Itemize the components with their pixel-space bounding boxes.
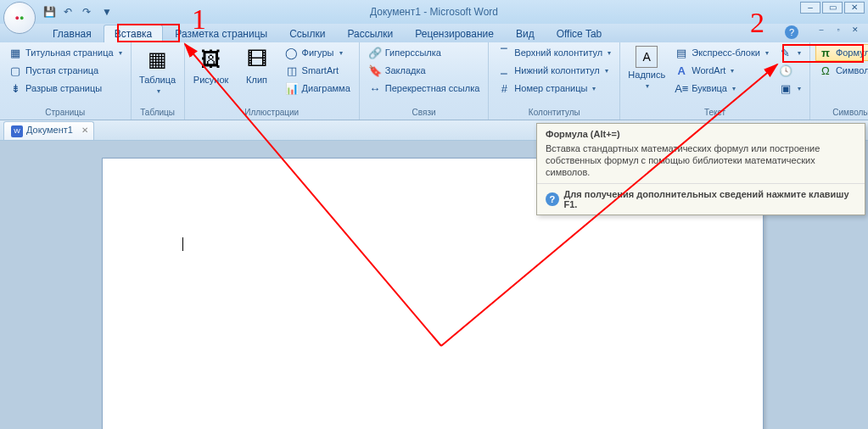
wordart-icon: A	[675, 64, 688, 77]
footer-icon: ⎽	[497, 64, 511, 77]
picture-label: Рисунок	[193, 75, 229, 85]
group-pages-label: Страницы	[5, 108, 126, 120]
tab-references[interactable]: Ссылки	[279, 25, 335, 42]
group-illustrations-label: Иллюстрации	[190, 108, 354, 120]
clip-button[interactable]: 🎞Клип	[236, 44, 278, 86]
page-number-button[interactable]: #Номер страницы▾	[494, 80, 614, 97]
footer-button[interactable]: ⎽Нижний колонтитул▾	[494, 62, 614, 79]
date-time-button[interactable]: 🕓	[776, 62, 804, 79]
ribbon-close-icon[interactable]: ✕	[848, 25, 863, 36]
equation-label: Формула	[836, 47, 868, 58]
tab-page-layout[interactable]: Разметка страницы	[165, 25, 277, 42]
picture-button[interactable]: 🖼Рисунок	[190, 44, 232, 86]
textbox-button[interactable]: AНадпись▾	[625, 44, 668, 93]
blank-page-button[interactable]: ▢Пустая страница	[5, 62, 126, 79]
redo-icon[interactable]: ↷	[80, 5, 93, 19]
quickparts-icon: ▤	[675, 46, 688, 59]
bookmark-icon: 🔖	[368, 64, 382, 77]
group-links: 🔗Гиперссылка 🔖Закладка ↔Перекрестная ссы…	[360, 42, 490, 120]
tab-home[interactable]: Главная	[42, 25, 102, 42]
dropcap-button[interactable]: A≡Буквица▾	[671, 80, 772, 97]
textbox-label: Надпись	[628, 70, 665, 80]
object-button[interactable]: ▣▾	[776, 80, 804, 97]
group-header-footer: ⎺Верхний колонтитул▾ ⎽Нижний колонтитул▾…	[489, 42, 620, 120]
quickparts-label: Экспресс-блоки	[692, 47, 760, 58]
group-symbols: πФормула▾ ΩСимвол▾ Символы	[810, 42, 868, 120]
bookmark-button[interactable]: 🔖Закладка	[365, 62, 484, 79]
minimize-button[interactable]: –	[800, 2, 820, 14]
shapes-icon: ◯	[285, 46, 299, 59]
title-page-button[interactable]: ▦Титульная страница▾	[5, 44, 126, 61]
ribbon-restore-icon[interactable]: ▫	[831, 25, 846, 36]
quick-access-toolbar: 💾 ↶ ↷ ▼	[42, 5, 114, 19]
smartart-label: SmartArt	[302, 65, 339, 75]
group-links-label: Связи	[365, 108, 484, 120]
crossref-button[interactable]: ↔Перекрестная ссылка	[365, 80, 484, 97]
save-icon[interactable]: 💾	[42, 5, 56, 19]
group-pages: ▦Титульная страница▾ ▢Пустая страница ⇟Р…	[0, 42, 132, 120]
title-bar: ●● 💾 ↶ ↷ ▼ Документ1 - Microsoft Word – …	[0, 0, 868, 24]
tab-office-tab[interactable]: Office Tab	[546, 25, 613, 42]
pagenum-label: Номер страницы	[514, 83, 587, 93]
blank-page-label: Пустая страница	[25, 65, 98, 75]
tab-mailings[interactable]: Рассылки	[337, 25, 403, 42]
header-label: Верхний колонтитул	[514, 47, 602, 58]
blank-page-icon: ▢	[8, 64, 22, 77]
text-cursor	[182, 237, 183, 251]
omega-icon: Ω	[819, 64, 832, 77]
equation-button[interactable]: πФормула▾	[815, 44, 868, 61]
symbol-button[interactable]: ΩСимвол▾	[815, 62, 868, 79]
crossref-icon: ↔	[368, 81, 382, 95]
help-icon[interactable]: ?	[785, 25, 798, 39]
smartart-button[interactable]: ◫SmartArt	[282, 62, 354, 79]
table-label: Таблица	[139, 75, 176, 85]
dropcap-icon: A≡	[675, 81, 688, 95]
tab-view[interactable]: Вид	[506, 25, 545, 42]
wordart-button[interactable]: AWordArt▾	[671, 62, 772, 79]
clip-label: Клип	[246, 75, 267, 85]
break-icon: ⇟	[8, 81, 22, 95]
title-page-label: Титульная страница	[25, 47, 114, 58]
page-icon: ▦	[8, 46, 22, 59]
document-tab[interactable]: WДокумент1 ✕	[3, 121, 94, 140]
object-icon: ▣	[779, 81, 792, 95]
qat-dropdown-icon[interactable]: ▼	[100, 5, 114, 19]
quick-parts-button[interactable]: ▤Экспресс-блоки▾	[671, 44, 772, 61]
chart-button[interactable]: 📊Диаграмма	[282, 80, 354, 97]
group-symbols-label: Символы	[815, 108, 868, 120]
shapes-button[interactable]: ◯Фигуры▾	[282, 44, 354, 61]
undo-icon[interactable]: ↶	[61, 5, 75, 19]
smartart-icon: ◫	[285, 64, 299, 77]
window-title: Документ1 - Microsoft Word	[370, 6, 498, 18]
table-icon: ▦	[144, 46, 171, 73]
group-tables-label: Таблицы	[137, 108, 179, 120]
group-text-label: Текст	[625, 108, 804, 120]
pi-icon: π	[819, 46, 832, 59]
table-button[interactable]: ▦ Таблица▾	[137, 44, 179, 98]
group-hf-label: Колонтитулы	[494, 108, 614, 120]
hyperlink-button[interactable]: 🔗Гиперссылка	[365, 44, 484, 61]
close-doc-icon[interactable]: ✕	[81, 125, 88, 135]
word-doc-icon: W	[11, 125, 23, 137]
maximize-button[interactable]: ▭	[822, 2, 843, 14]
signature-icon: ✎	[779, 46, 792, 59]
document-tab-label: Документ1	[26, 125, 73, 135]
chart-icon: 📊	[285, 81, 299, 95]
header-button[interactable]: ⎺Верхний колонтитул▾	[494, 44, 614, 61]
bookmark-label: Закладка	[385, 65, 426, 75]
group-illustrations: 🖼Рисунок 🎞Клип ◯Фигуры▾ ◫SmartArt 📊Диагр…	[185, 42, 360, 120]
ribbon-tabs: Главная Вставка Разметка страницы Ссылки…	[0, 24, 868, 42]
datetime-icon: 🕓	[779, 64, 792, 77]
close-button[interactable]: ✕	[844, 2, 865, 14]
page-break-button[interactable]: ⇟Разрыв страницы	[5, 80, 126, 97]
group-tables: ▦ Таблица▾ Таблицы	[132, 42, 185, 120]
signature-line-button[interactable]: ✎▾	[776, 44, 804, 61]
ribbon-minimize-icon[interactable]: –	[814, 25, 829, 36]
tab-insert[interactable]: Вставка	[104, 25, 164, 42]
clip-icon: 🎞	[244, 46, 271, 73]
dropcap-label: Буквица	[692, 83, 727, 93]
tab-review[interactable]: Рецензирование	[405, 25, 504, 42]
equation-tooltip: Формула (Alt+=) Вставка стандартных мате…	[536, 123, 865, 215]
office-button[interactable]: ●●	[3, 2, 36, 34]
tooltip-title: Формула (Alt+=)	[537, 124, 865, 141]
